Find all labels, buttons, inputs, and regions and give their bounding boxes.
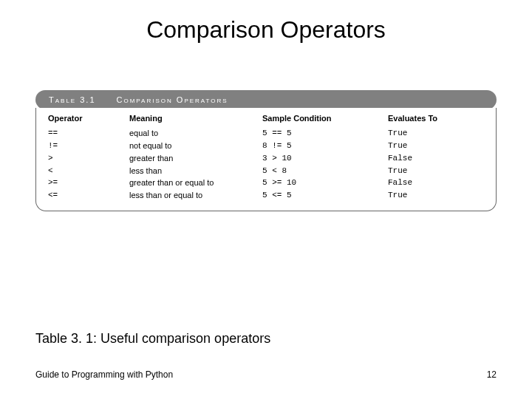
cell-sample: 5 == 5 [262,127,388,140]
table-row: < less than 5 < 8 True [48,165,484,177]
table-caption: Table 3. 1: Useful comparison operators [35,331,270,347]
cell-evaluates: True [388,189,477,202]
table-row: == equal to 5 == 5 True [48,127,484,140]
cell-sample: 8 != 5 [262,140,388,152]
table-title-bar: Table 3.1 Comparison Operators [35,90,497,109]
cell-sample: 5 >= 10 [262,177,388,189]
table-name: Comparison Operators [117,95,228,104]
page-number: 12 [487,369,497,380]
cell-evaluates: False [388,177,477,189]
cell-meaning: less than or equal to [129,189,262,202]
cell-operator: == [48,127,129,140]
col-sample: Sample Condition [262,114,388,127]
slide: Comparison Operators Table 3.1 Compariso… [0,0,532,399]
cell-evaluates: True [388,127,477,140]
slide-title: Comparison Operators [0,16,532,44]
cell-meaning: less than [129,165,262,177]
table-header-row: Operator Meaning Sample Condition Evalua… [48,114,484,127]
footer-book-title: Guide to Programming with Python [35,369,173,380]
cell-operator: > [48,152,129,165]
table-row: >= greater than or equal to 5 >= 10 Fals… [48,177,484,189]
table-body: Operator Meaning Sample Condition Evalua… [35,108,497,211]
cell-operator: < [48,165,129,177]
cell-sample: 3 > 10 [262,152,388,165]
col-operator: Operator [48,114,129,127]
cell-evaluates: True [388,140,477,152]
table-row: > greater than 3 > 10 False [48,152,484,165]
cell-meaning: greater than or equal to [129,177,262,189]
cell-operator: <= [48,189,129,202]
cell-operator: != [48,140,129,152]
cell-meaning: greater than [129,152,262,165]
cell-evaluates: True [388,165,477,177]
table-row: != not equal to 8 != 5 True [48,140,484,152]
table-number: Table 3.1 [49,95,96,104]
table-row: <= less than or equal to 5 <= 5 True [48,189,484,202]
cell-operator: >= [48,177,129,189]
cell-sample: 5 <= 5 [262,189,388,202]
cell-meaning: equal to [129,127,262,140]
cell-sample: 5 < 8 [262,165,388,177]
col-meaning: Meaning [129,114,262,127]
comparison-table: Table 3.1 Comparison Operators Operator … [35,90,497,211]
cell-meaning: not equal to [129,140,262,152]
cell-evaluates: False [388,152,477,165]
col-evaluates: Evaluates To [388,114,477,127]
